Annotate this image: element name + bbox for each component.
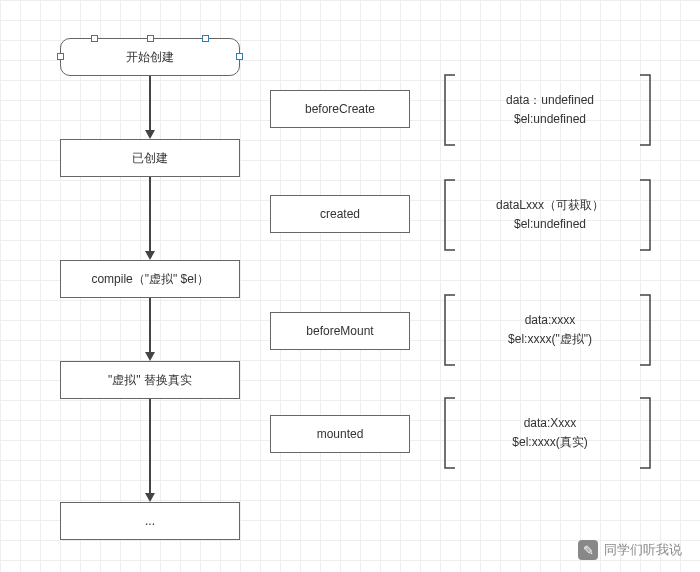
node-replace-label: "虚拟" 替换真实 (108, 372, 192, 389)
node-start: 开始创建 (60, 38, 240, 76)
handle-icon (147, 35, 154, 42)
watermark: ✎ 同学们听我说 (578, 540, 682, 560)
handle-icon (236, 53, 243, 60)
node-created: 已创建 (60, 139, 240, 177)
hook-beforeCreate-label: beforeCreate (305, 102, 375, 116)
node-compile: compile（"虚拟" $el） (60, 260, 240, 298)
state-line: dataLxxx（可获取） (496, 196, 604, 215)
node-more: ... (60, 502, 240, 540)
arrow-line (149, 399, 151, 493)
state-line: $el:xxxx("虚拟") (508, 330, 592, 349)
state-line: $el:undefined (514, 110, 586, 129)
arrow-line (149, 76, 151, 130)
arrow-down-icon (145, 352, 155, 361)
state-beforeMount: data:xxxx $el:xxxx("虚拟") (460, 295, 640, 365)
watermark-text: 同学们听我说 (604, 541, 682, 559)
node-compile-label: compile（"虚拟" $el） (91, 271, 208, 288)
arrow-down-icon (145, 493, 155, 502)
state-beforeCreate: data：undefined $el:undefined (460, 75, 640, 145)
handle-icon (91, 35, 98, 42)
hook-mounted: mounted (270, 415, 410, 453)
state-line: data：undefined (506, 91, 594, 110)
wechat-icon: ✎ (578, 540, 598, 560)
node-more-label: ... (145, 514, 155, 528)
state-line: data:Xxxx (524, 414, 577, 433)
hook-mounted-label: mounted (317, 427, 364, 441)
state-created: dataLxxx（可获取） $el:undefined (460, 180, 640, 250)
arrow-line (149, 298, 151, 352)
hook-beforeMount: beforeMount (270, 312, 410, 350)
hook-beforeMount-label: beforeMount (306, 324, 373, 338)
state-mounted: data:Xxxx $el:xxxx(真实) (460, 398, 640, 468)
state-line: data:xxxx (525, 311, 576, 330)
state-line: $el:undefined (514, 215, 586, 234)
hook-created: created (270, 195, 410, 233)
state-line: $el:xxxx(真实) (512, 433, 587, 452)
arrow-line (149, 177, 151, 251)
arrow-down-icon (145, 130, 155, 139)
node-replace: "虚拟" 替换真实 (60, 361, 240, 399)
node-created-label: 已创建 (132, 150, 168, 167)
hook-created-label: created (320, 207, 360, 221)
handle-icon (57, 53, 64, 60)
hook-beforeCreate: beforeCreate (270, 90, 410, 128)
node-start-label: 开始创建 (126, 49, 174, 66)
arrow-down-icon (145, 251, 155, 260)
handle-icon (202, 35, 209, 42)
